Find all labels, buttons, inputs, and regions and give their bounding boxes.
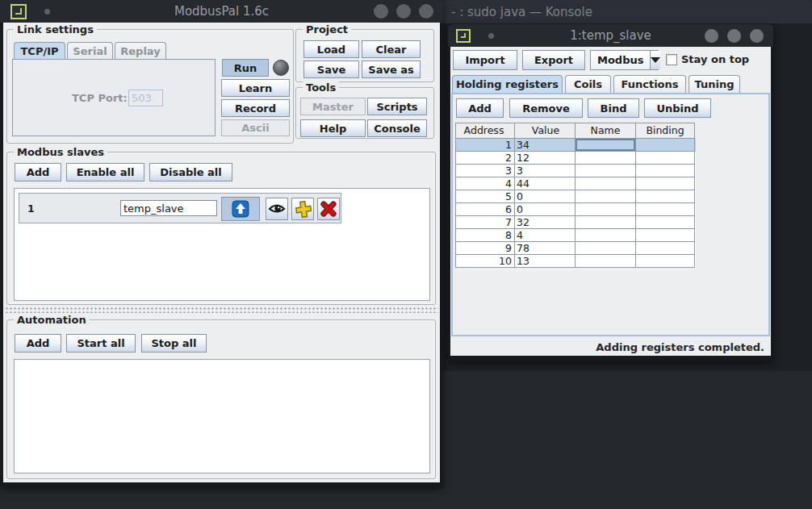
cell-binding[interactable] — [636, 242, 695, 255]
cell-value[interactable]: 4 — [515, 229, 576, 242]
cell-name[interactable] — [576, 255, 636, 268]
cell-binding[interactable] — [636, 229, 695, 242]
cell-value[interactable]: 34 — [515, 139, 576, 152]
register-bind-button[interactable]: Bind — [588, 98, 639, 118]
close-button[interactable] — [750, 29, 764, 43]
register-unbind-button[interactable]: Unbind — [644, 98, 711, 118]
cell-address[interactable]: 2 — [455, 152, 515, 165]
export-button[interactable]: Export — [522, 50, 585, 70]
cell-name[interactable] — [576, 242, 636, 255]
slave-delete-button[interactable] — [317, 198, 340, 220]
run-button[interactable]: Run — [222, 59, 269, 77]
slave-view-button[interactable] — [266, 198, 288, 220]
cell-address[interactable]: 1 — [455, 139, 515, 152]
tab-tuning[interactable]: Tuning — [689, 75, 740, 93]
slave-add-button[interactable]: Add — [15, 163, 61, 181]
cell-binding[interactable] — [636, 203, 695, 216]
stay-on-top-checkbox[interactable] — [666, 54, 677, 65]
import-button[interactable]: Import — [453, 50, 517, 70]
table-row[interactable]: 8 4 — [455, 229, 696, 242]
cell-value[interactable]: 32 — [515, 216, 576, 229]
tab-serial[interactable]: Serial — [67, 42, 113, 59]
cell-address[interactable]: 5 — [455, 190, 515, 203]
table-row[interactable]: 9 78 — [455, 242, 696, 255]
learn-button[interactable]: Learn — [221, 79, 290, 97]
minimize-button[interactable] — [374, 4, 388, 19]
cell-value[interactable]: 13 — [515, 255, 576, 268]
help-button[interactable]: Help — [300, 119, 366, 137]
tab-functions[interactable]: Functions — [613, 75, 686, 93]
cell-address[interactable]: 8 — [455, 229, 515, 242]
cell-binding[interactable] — [636, 139, 695, 152]
slave-duplicate-button[interactable] — [291, 198, 314, 220]
close-button[interactable] — [419, 4, 433, 19]
start-all-button[interactable]: Start all — [66, 334, 136, 353]
cell-value[interactable]: 78 — [515, 242, 576, 255]
maximize-button[interactable] — [727, 29, 741, 43]
cell-name[interactable] — [576, 177, 636, 190]
cell-binding[interactable] — [636, 177, 695, 190]
table-row[interactable]: 7 32 — [455, 216, 696, 229]
register-add-button[interactable]: Add — [456, 98, 504, 118]
cell-address[interactable]: 6 — [455, 203, 515, 216]
cell-name[interactable] — [576, 229, 636, 242]
cell-binding[interactable] — [636, 152, 695, 165]
col-binding[interactable]: Binding — [636, 123, 695, 139]
cell-value[interactable]: 0 — [515, 203, 576, 216]
table-header[interactable]: Address Value Name Binding — [455, 123, 696, 139]
col-name[interactable]: Name — [576, 123, 636, 139]
cell-name[interactable] — [576, 152, 636, 165]
record-button[interactable]: Record — [221, 99, 290, 117]
table-row[interactable]: 3 3 — [455, 165, 696, 177]
col-value[interactable]: Value — [515, 123, 576, 139]
modbuspal-titlebar[interactable]: ModbusPal 1.6c — [0, 0, 443, 23]
binding-class-combo[interactable]: Modbus — [590, 50, 659, 70]
cell-binding[interactable] — [636, 165, 695, 177]
combo-arrow-button[interactable] — [650, 51, 660, 69]
table-row[interactable]: 2 12 — [455, 152, 696, 165]
maximize-button[interactable] — [396, 4, 411, 19]
cell-address[interactable]: 10 — [455, 255, 515, 268]
konsole-titlebar[interactable]: - : sudo java — Konsole — [443, 0, 812, 23]
clear-button[interactable]: Clear — [362, 40, 421, 58]
table-row[interactable]: 4 44 — [455, 177, 696, 190]
col-address[interactable]: Address — [455, 123, 515, 139]
slave-titlebar[interactable]: 1:temp_slave — [448, 24, 773, 47]
console-button[interactable]: Console — [367, 119, 427, 137]
disable-all-button[interactable]: Disable all — [149, 163, 232, 181]
load-button[interactable]: Load — [303, 40, 359, 58]
enable-all-button[interactable]: Enable all — [66, 163, 144, 181]
cell-value[interactable]: 3 — [515, 165, 576, 177]
cell-value[interactable]: 44 — [515, 177, 576, 190]
cell-address[interactable]: 3 — [455, 165, 515, 177]
cell-name[interactable] — [576, 203, 636, 216]
scripts-button[interactable]: Scripts — [367, 98, 427, 115]
cell-name[interactable] — [576, 165, 636, 177]
tcp-port-field[interactable]: 503 — [128, 90, 163, 106]
save-as-button[interactable]: Save as — [362, 60, 421, 78]
slave-row[interactable]: 1 temp_slave — [19, 193, 341, 223]
register-remove-button[interactable]: Remove — [509, 98, 583, 118]
table-row[interactable]: 6 0 — [455, 203, 696, 216]
tab-replay[interactable]: Replay — [115, 42, 166, 59]
cell-address[interactable]: 9 — [455, 242, 515, 255]
table-row[interactable]: 10 13 — [455, 255, 696, 268]
cell-name[interactable] — [576, 190, 636, 203]
cell-address[interactable]: 7 — [455, 216, 515, 229]
cell-address[interactable]: 4 — [455, 177, 515, 190]
tab-coils[interactable]: Coils — [565, 75, 611, 93]
cell-name[interactable] — [576, 139, 636, 152]
table-row[interactable]: 5 0 — [455, 190, 696, 203]
tab-holding-registers[interactable]: Holding registers — [452, 75, 563, 93]
cell-binding[interactable] — [636, 216, 695, 229]
cell-value[interactable]: 0 — [515, 190, 576, 203]
cell-value[interactable]: 12 — [515, 152, 576, 165]
split-divider[interactable] — [5, 307, 438, 313]
cell-name[interactable] — [576, 216, 636, 229]
table-row[interactable]: 1 34 — [455, 139, 696, 152]
tab-tcpip[interactable]: TCP/IP — [14, 42, 65, 59]
slave-enable-toggle[interactable] — [221, 197, 260, 221]
minimize-button[interactable] — [705, 29, 718, 43]
cell-binding[interactable] — [636, 255, 695, 268]
save-button[interactable]: Save — [303, 60, 359, 78]
